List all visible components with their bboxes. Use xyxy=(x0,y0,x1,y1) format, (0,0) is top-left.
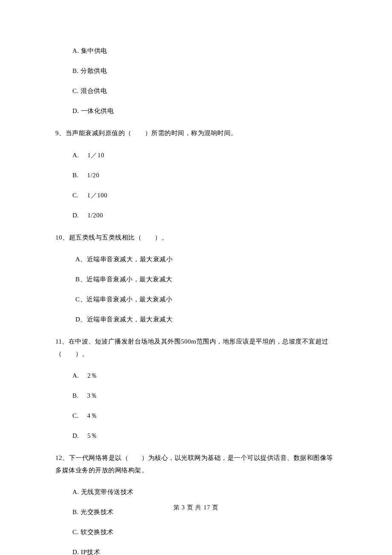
q10-option-d: D、近端串音衰减大，最大衰减大 xyxy=(55,315,337,324)
q11-option-a: A. 2％ xyxy=(55,372,337,380)
q11-option-d: D. 5％ xyxy=(55,432,337,440)
q10-option-b: B、近端串音衰减小，最大衰减大 xyxy=(55,275,337,283)
q12-stem: 12、下一代网络将是以（ ）为核心，以光联网为基础，是一个可以提供话音、数据和图… xyxy=(55,452,337,476)
q11-option-b: B. 3％ xyxy=(55,392,337,400)
q10-stem: 10、超五类线与五类线相比（ ）。 xyxy=(55,231,337,244)
q9-stem: 9、当声能衰减到原值的（ ）所需的时间，称为混响时间。 xyxy=(55,127,337,139)
q9-option-c: C. 1／100 xyxy=(55,191,337,199)
page-content: A. 集中供电 B. 分散供电 C. 混合供电 D. 一体化供电 9、当声能衰减… xyxy=(0,0,392,555)
q9-option-a: A. 1／10 xyxy=(55,151,337,159)
q11-stem: 11、在中波、短波广播发射台场地及其外围500m范围内，地形应该是平坦的，总坡度… xyxy=(55,335,337,360)
q8-option-d: D. 一体化供电 xyxy=(55,107,337,115)
q9-option-b: B. 1/20 xyxy=(55,171,337,179)
page-footer: 第 3 页 共 17 页 xyxy=(0,504,392,512)
q10-option-a: A、近端串音衰减大，最大衰减小 xyxy=(55,255,337,263)
q12-option-a: A. 无线宽带传送技术 xyxy=(55,488,337,496)
q8-option-c: C. 混合供电 xyxy=(55,87,337,95)
q8-option-b: B. 分散供电 xyxy=(55,67,337,75)
q9-option-d: D. 1/200 xyxy=(55,211,337,220)
q10-option-c: C、近端串音衰减小，最大衰减小 xyxy=(55,295,337,304)
q11-option-c: C. 4％ xyxy=(55,412,337,420)
q12-option-c: C. 软交换技术 xyxy=(55,528,337,536)
q8-option-a: A. 集中供电 xyxy=(55,47,337,55)
q12-option-d: D. IP技术 xyxy=(55,548,337,555)
